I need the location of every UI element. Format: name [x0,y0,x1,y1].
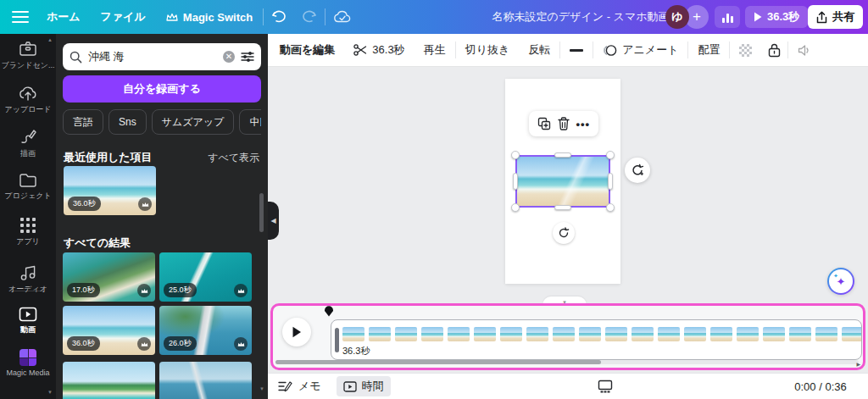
transparency-button[interactable] [730,34,761,67]
magic-media-icon [19,349,36,366]
more-options-icon[interactable]: ••• [576,118,590,130]
position-button[interactable]: 配置 [688,34,729,67]
filmstrip-frame [815,327,837,341]
resize-handle-left[interactable] [513,173,518,190]
animate-icon [603,44,617,57]
redo-button[interactable] [294,0,325,34]
result-video-thumbnail[interactable]: 25.0秒 [159,252,252,302]
resize-handle-right[interactable] [608,173,613,190]
apps-grid-icon [19,217,36,234]
resize-handle-nw[interactable] [511,151,520,159]
cloud-save-status[interactable] [326,0,359,34]
timeline-scrollbar-thumb[interactable] [275,360,601,364]
result-video-thumbnail[interactable] [159,362,252,399]
recent-video-thumbnail[interactable]: 36.0秒 [64,166,156,215]
sidebar-item-brand[interactable]: ブランドセン... [0,41,56,81]
rotate-handle[interactable] [553,222,575,244]
undo-button[interactable] [264,0,294,34]
duration-view-button[interactable]: 時間 [337,376,391,396]
sidebar-item-apps[interactable]: アプリ [0,217,56,258]
sidebar: ▲ ブランドセン... アップロード 描画 プロジェクト [0,34,56,399]
sidebar-item-label: オーディオ [8,284,47,295]
undo-icon [271,10,287,24]
notes-button[interactable]: メモ [278,379,321,394]
filmstrip-frame [684,327,706,341]
pro-crown-icon [137,284,151,297]
clip-trim-handle[interactable] [335,328,339,352]
resize-handle-se[interactable] [606,203,615,212]
clear-search-icon[interactable]: ✕ [223,51,235,63]
panel-scroll-down-icon[interactable]: ▼ [259,386,264,391]
file-menu[interactable]: ファイル [91,0,156,34]
duration-badge: 36.0秒 [67,336,100,351]
result-video-thumbnail[interactable]: 17.0秒 [63,252,155,302]
duration-badge: 25.0秒 [164,283,197,297]
search-box[interactable]: ✕ [63,43,261,70]
selected-video-element[interactable] [515,155,610,208]
result-video-thumbnail[interactable]: 36.0秒 [63,306,155,355]
chips-scroll-right-icon[interactable]: › [292,114,296,129]
magic-assistant-button[interactable]: ✦ ✦ [827,268,854,295]
resize-handle-sw[interactable] [511,203,520,212]
filmstrip-frame [421,327,443,341]
delete-icon[interactable] [558,117,570,130]
volume-button[interactable] [788,34,821,67]
panel-collapse-tab[interactable]: ◀ [268,202,279,240]
sidebar-item-label: アプリ [16,236,40,247]
chip-china[interactable]: 中国 [239,109,261,135]
filmstrip-frame [605,327,627,341]
resize-handle-ne[interactable] [606,151,615,159]
playhead-marker[interactable] [324,306,334,317]
home-menu[interactable]: ホーム [36,0,91,34]
duration-badge: 26.0秒 [164,336,197,351]
share-button[interactable]: 共有 [808,5,863,29]
result-video-thumbnail[interactable]: 26.0秒 [159,306,252,355]
sidebar-item-video[interactable]: 動画 [0,307,56,347]
timeline-scroll-right-icon[interactable]: ▶ [856,361,860,367]
trim-button[interactable]: 36.3秒 [344,34,414,67]
adjust-button[interactable] [560,34,593,67]
filter-sliders-icon[interactable] [241,51,254,63]
insights-button[interactable] [715,6,740,28]
canvas-area: ••• ✦ [268,67,868,373]
panel-scrollbar[interactable] [259,193,264,232]
timeline-play-button[interactable] [282,318,311,346]
cycle-media-button[interactable] [625,158,650,183]
result-video-thumbnail[interactable] [63,362,155,399]
sidebar-item-uploads[interactable]: アップロード [0,85,56,125]
animate-button[interactable]: アニメート [593,34,687,67]
timeline-scrollbar-track[interactable] [275,360,859,364]
play-button-toolbar[interactable]: 再生 [415,34,455,67]
record-yourself-button[interactable]: 自分を録画する [63,75,261,103]
lock-button[interactable] [761,34,787,67]
sidebar-item-projects[interactable]: プロジェクト [0,173,56,213]
edit-video-button[interactable]: 動画を編集 [268,34,344,67]
avatar[interactable]: ゆ [665,5,689,29]
play-icon [292,326,302,338]
resize-handle-top[interactable] [554,152,571,158]
search-input[interactable] [88,51,217,64]
sidebar-item-draw[interactable]: 描画 [0,129,56,169]
redo-icon [302,10,317,24]
flip-button[interactable]: 反転 [519,34,559,67]
chip-sns[interactable]: Sns [108,109,147,135]
crop-button[interactable]: 切り抜き [456,34,520,67]
sidebar-item-magic-media[interactable]: Magic Media [0,349,56,390]
lock-icon [768,43,781,58]
chip-thumbs-up[interactable]: サムズアップ [152,109,235,135]
see-all-link[interactable]: すべて表示 [208,151,259,165]
timeline[interactable]: 36.3秒 ▶ [270,303,865,370]
preview-play-button[interactable]: 36.3秒 [745,6,808,28]
chip-language[interactable]: 言語 [63,109,103,135]
magic-switch-menu[interactable]: Magic Switch [156,0,263,34]
animate-label: アニメート [622,42,678,58]
hamburger-menu-button[interactable] [0,0,36,34]
sidebar-scroll-down-icon[interactable]: ▼ [47,390,53,395]
duplicate-icon[interactable] [537,117,551,130]
page-view-button[interactable] [597,380,614,394]
element-toolbar: 動画を編集 36.3秒 再生 切り抜き 反転 アニメート [268,34,868,67]
sidebar-item-audio[interactable]: オーディオ [0,264,56,305]
video-clip[interactable]: 36.3秒 [331,319,862,360]
filmstrip-frame [500,327,522,341]
resize-handle-bottom[interactable] [554,205,571,210]
